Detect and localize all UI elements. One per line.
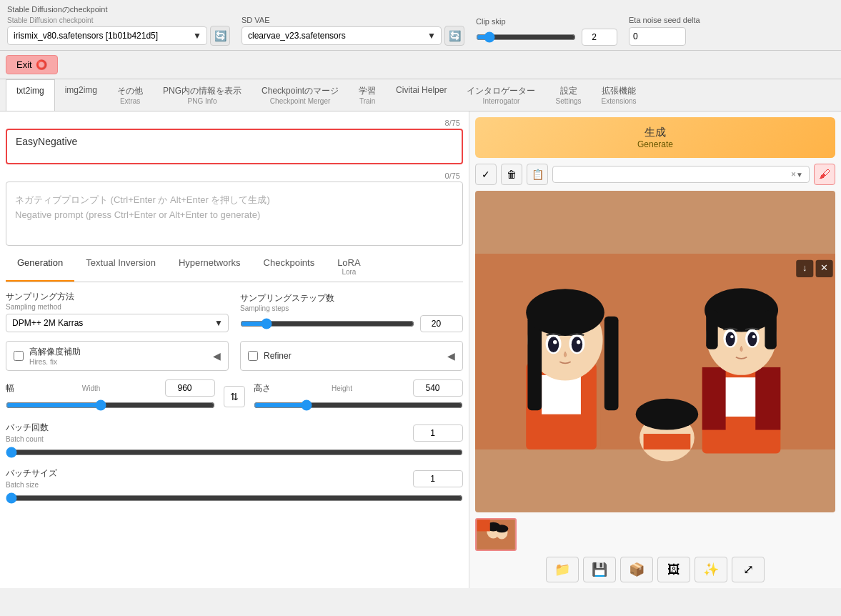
batch-count-slider[interactable]: [6, 447, 463, 458]
batch-size-label-jp: バッチサイズ: [6, 468, 57, 478]
positive-prompt-box: EasyNegative: [6, 129, 463, 164]
zip-button[interactable]: 📦: [620, 557, 653, 582]
batch-count-row: バッチ回数 Batch count: [6, 422, 463, 460]
clip-skip-input[interactable]: [582, 29, 617, 46]
sampling-steps-input[interactable]: [420, 315, 463, 332]
tab-pnginfo[interactable]: PNG内の情報を表示 PNG Info: [153, 79, 252, 111]
height-label-en: Height: [332, 384, 352, 392]
tab-civitai[interactable]: Civitai Helper: [386, 79, 457, 111]
style-input[interactable]: [559, 169, 791, 179]
tab-txt2img[interactable]: txt2img: [6, 79, 55, 111]
sampling-steps-col: サンプリングステップ数 Sampling steps: [240, 292, 463, 332]
height-label-jp: 高さ: [254, 382, 271, 394]
negative-prompt-placeholder-en: Negative prompt (press Ctrl+Enter or Alt…: [15, 209, 454, 220]
batch-size-input[interactable]: [413, 470, 463, 487]
left-panel: 8/75 EasyNegative 0/75 ネガティブプロンプト (Ctrl+…: [0, 111, 469, 588]
batch-count-input[interactable]: [413, 424, 463, 442]
nav-tabs-bar: txt2img img2img その他 Extras PNG内の情報を表示 PN…: [0, 79, 841, 111]
hires-fix-label-en: Hires. fix: [29, 358, 81, 366]
style-dropdown-button[interactable]: ▼: [796, 171, 803, 179]
toolbar-row: ✓ 🗑 📋 × ▼ 🖌: [475, 164, 835, 185]
svg-rect-20: [702, 367, 726, 430]
expand-button[interactable]: ⤢: [732, 557, 765, 582]
height-input[interactable]: [413, 379, 463, 397]
svg-point-12: [572, 337, 582, 352]
sampling-row: サンプリング方法 Sampling method DPM++ 2M Karras…: [6, 291, 463, 332]
batch-size-slider[interactable]: [6, 492, 463, 504]
tab-interrogator[interactable]: インタロゲーター Interrogator: [457, 79, 545, 111]
check-button[interactable]: ✓: [475, 164, 497, 185]
sub-tab-lora[interactable]: LoRA Lora: [326, 253, 372, 282]
negative-prompt-box[interactable]: ネガティブプロンプト (Ctrl+Enter か Alt+Enter を押して生…: [6, 182, 463, 246]
refiner-label: Refiner: [264, 351, 292, 361]
svg-point-28: [726, 332, 735, 347]
thumbnails-row: [475, 517, 835, 552]
height-slider[interactable]: [254, 399, 463, 411]
sub-tab-textual-inversion[interactable]: Textual Inversion: [74, 253, 167, 282]
svg-point-29: [747, 332, 757, 347]
svg-text:↓: ↓: [802, 262, 807, 273]
batch-size-label-en: Batch size: [6, 481, 39, 489]
vae-dropdown[interactable]: clearvae_v23.safetensors: [242, 26, 442, 45]
folder-button[interactable]: 📁: [546, 557, 579, 582]
eta-section: Eta noise seed delta: [629, 16, 700, 46]
batch-count-label-en: Batch count: [6, 435, 44, 443]
width-col: 幅 Width: [6, 379, 215, 413]
sub-tab-generation[interactable]: Generation: [6, 253, 74, 282]
paint-button[interactable]: 🖌: [814, 164, 835, 185]
batch-size-row: バッチサイズ Batch size: [6, 467, 463, 506]
checkpoint-dropdown[interactable]: irismix_v80.safetensors [1b01b421d5]: [7, 26, 207, 45]
image-button[interactable]: 🖼: [657, 557, 690, 582]
vae-refresh-button[interactable]: 🔄: [444, 26, 464, 46]
negative-prompt-placeholder-jp: ネガティブプロンプト (Ctrl+Enter か Alt+Enter を押して生…: [15, 191, 454, 209]
sampling-steps-label-jp: サンプリングステップ数: [240, 293, 334, 303]
eta-input[interactable]: [629, 27, 686, 46]
positive-prompt-text: EasyNegative: [16, 136, 77, 147]
exit-button[interactable]: Exit ⭕: [6, 55, 58, 74]
refiner-col: Refiner ◀: [240, 341, 463, 371]
clear-style-button[interactable]: ×: [791, 169, 796, 179]
generate-button[interactable]: 生成 Generate: [475, 117, 835, 158]
refiner-checkbox[interactable]: [248, 351, 258, 361]
clip-skip-slider[interactable]: [476, 31, 576, 43]
exit-label: Exit: [16, 59, 32, 70]
width-label-jp: 幅: [6, 383, 14, 393]
checkpoint-refresh-button[interactable]: 🔄: [210, 26, 230, 46]
tab-img2img[interactable]: img2img: [55, 79, 107, 111]
svg-point-31: [752, 335, 755, 338]
right-panel: 生成 Generate ✓ 🗑 📋 × ▼ 🖌: [469, 111, 841, 588]
tab-extras[interactable]: その他 Extras: [107, 79, 153, 111]
sub-tab-hypernetworks[interactable]: Hypernetworks: [167, 253, 252, 282]
top-bar: Stable Diffusionのcheckpoint Stable Diffu…: [0, 0, 841, 51]
tab-extensions[interactable]: 拡張機能 Extensions: [592, 79, 647, 111]
width-slider[interactable]: [6, 399, 215, 411]
refiner-collapse-button[interactable]: ◀: [447, 350, 455, 362]
width-input[interactable]: [165, 379, 215, 397]
negative-prompt-counter: 0/75: [6, 170, 463, 182]
svg-point-30: [730, 335, 733, 338]
svg-point-8: [526, 289, 604, 336]
thumbnail-item[interactable]: [475, 518, 517, 551]
svg-point-41: [495, 525, 508, 532]
tab-train[interactable]: 学習 Train: [349, 79, 386, 111]
sampling-steps-slider[interactable]: [240, 318, 414, 329]
hires-fix-collapse-button[interactable]: ◀: [213, 350, 221, 362]
generate-label-en: Generate: [484, 139, 827, 149]
trash-button[interactable]: 🗑: [501, 164, 522, 185]
positive-prompt-counter: 8/75: [6, 117, 463, 129]
sampling-method-label-jp: サンプリング方法: [6, 291, 74, 303]
tab-merger[interactable]: Checkpointのマージ Checkpoint Merger: [252, 79, 349, 111]
save-button[interactable]: 💾: [583, 557, 616, 582]
hires-fix-checkbox[interactable]: [14, 351, 24, 361]
swap-dimensions-button[interactable]: ⇅: [224, 386, 245, 407]
sampling-method-col: サンプリング方法 Sampling method DPM++ 2M Karras…: [6, 291, 229, 332]
sampling-method-dropdown[interactable]: DPM++ 2M Karras: [6, 314, 229, 332]
sub-tab-checkpoints[interactable]: Checkpoints: [252, 253, 327, 282]
exit-bar: Exit ⭕: [0, 51, 841, 79]
clipboard-button[interactable]: 📋: [527, 164, 548, 185]
batch-count-label-jp: バッチ回数: [6, 422, 49, 432]
clip-skip-label: Clip skip: [476, 17, 617, 26]
share-button[interactable]: ✨: [695, 557, 727, 582]
tab-settings[interactable]: 設定 Settings: [545, 79, 591, 111]
vae-label: SD VAE: [242, 16, 464, 24]
